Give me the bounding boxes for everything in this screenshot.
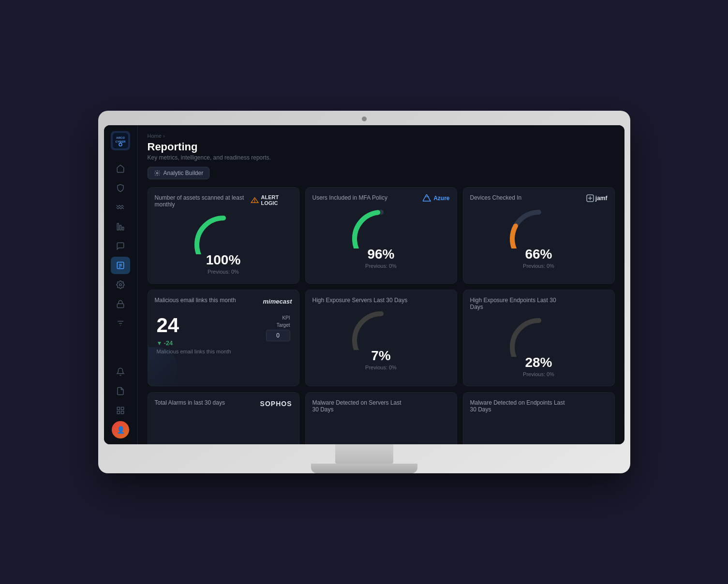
card-title-total-alarms: Total Alarms in last 30 days bbox=[155, 399, 225, 406]
gauge-svg-devices-checked bbox=[505, 210, 573, 250]
gauge-value-assets-scanned: 100% bbox=[206, 252, 241, 268]
card-malicious-email: Malicious email links this month mimecas… bbox=[148, 290, 299, 386]
sidebar-item-report[interactable] bbox=[111, 257, 130, 274]
sidebar-item-doc[interactable] bbox=[111, 382, 130, 400]
gauge-previous-high-exposure-endpoints: Previous: 0% bbox=[523, 371, 554, 377]
card-empty-malware-servers bbox=[312, 417, 450, 444]
sidebar-item-filter[interactable] bbox=[111, 315, 130, 332]
dashboard-grid: Number of assets scanned at least monthl… bbox=[148, 187, 615, 444]
svg-rect-6 bbox=[122, 227, 124, 230]
card-mfa-policy: Users Included in MFA Policy Azure 96% P… bbox=[305, 187, 457, 284]
kpi-delta-value: -24 bbox=[163, 339, 173, 347]
card-brand-total-alarms: SOPHOS bbox=[260, 399, 292, 408]
svg-rect-5 bbox=[120, 225, 121, 230]
gauge-value-high-exposure-endpoints: 28% bbox=[525, 355, 552, 370]
kpi-delta-malicious-email: ▼ -24 bbox=[157, 339, 231, 347]
card-malware-servers: Malware Detected on Servers Last 30 Days bbox=[305, 392, 457, 444]
svg-point-11 bbox=[119, 284, 122, 286]
kpi-value-malicious-email: 24 bbox=[157, 315, 231, 336]
kpi-main-section: 24 ▼ -24 Malicious email links this mont… bbox=[157, 315, 231, 354]
kpi-target-label: Target bbox=[277, 322, 290, 328]
sidebar-item-message[interactable] bbox=[111, 237, 130, 255]
card-brand-mfa-policy: Azure bbox=[423, 194, 449, 202]
page-subtitle: Key metrics, intelligence, and readiness… bbox=[148, 154, 615, 161]
card-total-alarms: Total Alarms in last 30 days SOPHOS bbox=[148, 392, 299, 444]
breadcrumb: Home › bbox=[148, 133, 615, 139]
gauge-value-mfa-policy: 96% bbox=[367, 247, 394, 262]
gauge-container-high-exposure-servers: 7% Previous: 0% bbox=[312, 307, 450, 372]
gauge-value-high-exposure-servers: 7% bbox=[371, 348, 390, 364]
sidebar: ARCO CYBER bbox=[104, 125, 138, 444]
gauge-previous-devices-checked: Previous: 0% bbox=[523, 263, 554, 269]
sidebar-item-signal[interactable] bbox=[111, 199, 130, 216]
analytic-builder-button[interactable]: Analytic Builder bbox=[148, 167, 210, 179]
card-title-malware-endpoints: Malware Detected on Endpoints Last 30 Da… bbox=[470, 399, 567, 413]
svg-rect-18 bbox=[117, 411, 119, 414]
kpi-delta-arrow: ▼ bbox=[157, 340, 163, 347]
sidebar-item-bell[interactable] bbox=[111, 363, 130, 380]
card-header-malicious-email: Malicious email links this month mimecas… bbox=[155, 297, 292, 306]
gauge-previous-assets-scanned: Previous: 0% bbox=[208, 269, 239, 275]
card-header-assets-scanned: Number of assets scanned at least monthl… bbox=[155, 194, 292, 208]
avatar[interactable]: 👤 bbox=[112, 421, 129, 438]
analytic-builder-icon bbox=[154, 170, 161, 176]
card-malware-endpoints: Malware Detected on Endpoints Last 30 Da… bbox=[463, 392, 615, 444]
page-title: Reporting bbox=[148, 141, 615, 153]
svg-rect-4 bbox=[117, 223, 119, 230]
card-title-malicious-email: Malicious email links this month bbox=[155, 297, 236, 304]
monitor-screen: ARCO CYBER bbox=[104, 125, 624, 444]
gauge-svg-high-exposure-servers bbox=[347, 311, 415, 352]
sidebar-item-chart[interactable] bbox=[111, 218, 130, 235]
card-high-exposure-servers: High Exposure Servers Last 30 Days 7% Pr… bbox=[305, 290, 457, 386]
svg-text:CYBER: CYBER bbox=[115, 140, 126, 143]
gauge-previous-high-exposure-servers: Previous: 0% bbox=[365, 365, 397, 370]
card-empty-malware-endpoints bbox=[470, 417, 608, 444]
card-title-assets-scanned: Number of assets scanned at least monthl… bbox=[155, 194, 251, 208]
svg-rect-17 bbox=[121, 407, 124, 409]
card-header-mfa-policy: Users Included in MFA Policy Azure bbox=[312, 194, 450, 202]
card-header-malware-endpoints: Malware Detected on Endpoints Last 30 Da… bbox=[470, 399, 608, 413]
svg-text:ARCO: ARCO bbox=[116, 136, 125, 139]
gauge-svg-high-exposure-endpoints bbox=[505, 318, 573, 359]
gauge-container-assets-scanned: 100% Previous: 0% bbox=[155, 212, 292, 277]
gauge-previous-mfa-policy: Previous: 0% bbox=[365, 263, 397, 269]
gauge-container-high-exposure-endpoints: 28% Previous: 0% bbox=[470, 314, 608, 379]
card-title-high-exposure-servers: High Exposure Servers Last 30 Days bbox=[312, 297, 408, 304]
sidebar-item-lock[interactable] bbox=[111, 295, 130, 313]
svg-rect-19 bbox=[121, 411, 124, 414]
card-assets-scanned: Number of assets scanned at least monthl… bbox=[148, 187, 299, 284]
card-title-devices-checked: Devices Checked In bbox=[470, 194, 522, 201]
gauge-svg-assets-scanned bbox=[190, 216, 257, 256]
app-container: ARCO CYBER bbox=[104, 125, 624, 444]
card-devices-checked: Devices Checked In jamf 66% Previous: 0% bbox=[463, 187, 615, 284]
sidebar-bottom: 👤 bbox=[111, 363, 130, 438]
card-empty-total-alarms bbox=[155, 412, 292, 444]
card-title-high-exposure-endpoints: High Exposure Endpoints Last 30 Days bbox=[470, 297, 567, 310]
gauge-value-devices-checked: 66% bbox=[525, 247, 552, 262]
monitor-stand-bottom bbox=[311, 464, 417, 473]
kpi-body-malicious-email: 24 ▼ -24 Malicious email links this mont… bbox=[155, 309, 292, 356]
svg-point-23 bbox=[254, 202, 255, 203]
sidebar-item-home[interactable] bbox=[111, 160, 130, 177]
card-brand-devices-checked: jamf bbox=[586, 194, 608, 202]
svg-rect-12 bbox=[117, 304, 124, 307]
monitor-camera bbox=[362, 117, 367, 121]
card-header-high-exposure-servers: High Exposure Servers Last 30 Days bbox=[312, 297, 450, 304]
sidebar-item-grid[interactable] bbox=[111, 402, 130, 419]
card-header-high-exposure-endpoints: High Exposure Endpoints Last 30 Days bbox=[470, 297, 608, 310]
card-brand-assets-scanned: ALERT LOGIC bbox=[251, 194, 292, 206]
card-header-devices-checked: Devices Checked In jamf bbox=[470, 194, 608, 202]
monitor-stand-top bbox=[335, 444, 393, 464]
sidebar-item-shield[interactable] bbox=[111, 179, 130, 197]
kpi-kpi-label: KPI bbox=[282, 315, 290, 321]
kpi-target-input[interactable]: 0 bbox=[266, 330, 290, 341]
main-content: Home › Reporting Key metrics, intelligen… bbox=[138, 125, 624, 444]
card-brand-malicious-email: mimecast bbox=[263, 297, 292, 306]
gauge-svg-mfa-policy bbox=[347, 210, 415, 250]
monitor: ARCO CYBER bbox=[98, 111, 630, 473]
sidebar-item-settings[interactable] bbox=[111, 276, 130, 293]
svg-point-20 bbox=[156, 172, 158, 174]
svg-rect-16 bbox=[117, 407, 119, 409]
card-high-exposure-endpoints: High Exposure Endpoints Last 30 Days 28%… bbox=[463, 290, 615, 386]
sidebar-logo: ARCO CYBER bbox=[111, 131, 130, 150]
